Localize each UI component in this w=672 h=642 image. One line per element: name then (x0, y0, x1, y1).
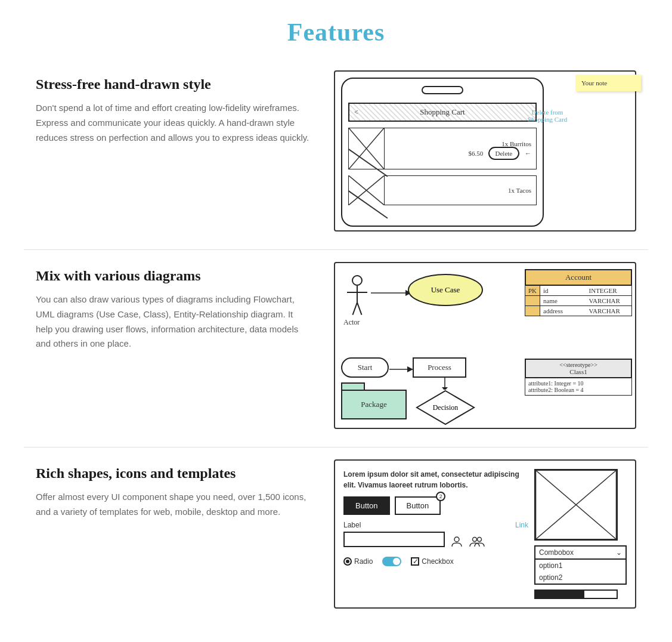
actor-head (352, 275, 363, 286)
delete-button[interactable]: Delete (488, 147, 520, 160)
secondary-button-wrapper: Button 2 (395, 496, 441, 515)
start-process-arrow (389, 363, 414, 375)
checkbox-label: Checkbox (422, 557, 453, 566)
feature-text-2: Mix with various diagrams You can also d… (36, 262, 310, 351)
item-image-2 (349, 175, 385, 205)
combobox: Combobox ⌄ option1 option2 (534, 545, 627, 585)
actor-label: Actor (343, 318, 360, 327)
class-name: Class1 (528, 368, 629, 375)
use-case-shape: Use Case (407, 272, 484, 308)
cart-header: < Shopping Cart (348, 103, 537, 122)
feature-heading-2: Mix with various diagrams (36, 268, 310, 284)
avatar-group-icon (469, 535, 485, 549)
radio-item: Radio (343, 557, 373, 566)
feature-description-3: Offer almost every UI component shape yo… (36, 490, 310, 520)
actor-body (357, 286, 358, 303)
feature-section-3: Rich shapes, icons and templates Offer a… (0, 447, 672, 626)
actor-leg-right (352, 303, 358, 315)
text-input[interactable] (343, 532, 445, 547)
package-tab (341, 382, 365, 390)
uml-col-type-3: VARCHAR (586, 306, 632, 316)
flowchart-process: Process (413, 357, 466, 378)
item-image-1 (349, 128, 385, 169)
uml-col-name-1: id (540, 286, 586, 295)
item-info-2: 1x Tacos (385, 184, 536, 196)
svg-point-16 (478, 538, 482, 542)
field-label: Label (343, 521, 361, 529)
phone-notch (422, 86, 463, 94)
flowchart-decision: Decision (416, 390, 475, 425)
uml-pk-1: PK (525, 286, 540, 295)
uml-pk-3 (525, 306, 540, 316)
svg-text:Decision: Decision (433, 403, 459, 412)
item-name-2: 1x Tacos (389, 187, 531, 194)
combobox-arrow: ⌄ (616, 548, 622, 557)
input-avatar-row (343, 532, 528, 552)
combobox-label: Combobox (539, 548, 574, 557)
cart-title: Shopping Cart (420, 107, 464, 117)
wf3-right-col: Combobox ⌄ option1 option2 (534, 469, 627, 599)
lorem-text: Lorem ipsum dolor sit amet, consectetur … (343, 469, 528, 490)
avatar-icon (450, 535, 464, 549)
toggle-switch[interactable] (382, 557, 401, 566)
actor-leg-left (357, 303, 362, 315)
back-arrow: < (354, 108, 358, 117)
combobox-option-1[interactable]: option1 (535, 560, 625, 572)
wf3-left-col: Lorem ipsum dolor sit amet, consectetur … (343, 469, 528, 599)
page-title: Features (0, 0, 672, 58)
uml-class-attrs: attribute1: Integer = 10 attribute2: Boo… (525, 378, 632, 396)
button-row: Button Button 2 (343, 496, 528, 515)
uml-col-name-3: address (540, 306, 586, 316)
feature-description-2: You can also draw various types of diagr… (36, 292, 310, 351)
package-body: Package (341, 390, 407, 419)
combobox-options: option1 option2 (534, 560, 627, 585)
feature-text-3: Rich shapes, icons and templates Offer a… (36, 459, 310, 520)
image-placeholder (534, 469, 618, 541)
item-info-1: 1x Burritos $6.50 Delete ← (385, 138, 536, 159)
uml-col-name-2: name (540, 296, 586, 305)
uml-table-row-1: PK id INTEGER (525, 286, 632, 296)
uml-col-type-1: INTEGER (586, 286, 631, 295)
primary-button[interactable]: Button (343, 496, 390, 515)
radio-circle[interactable] (343, 557, 352, 566)
checkbox-item: Checkbox (411, 557, 453, 566)
checkbox-box[interactable] (411, 557, 419, 566)
secondary-button[interactable]: Button (395, 496, 441, 515)
uml-table-row-2: name VARCHAR (525, 296, 632, 306)
feature-heading-3: Rich shapes, icons and templates (36, 465, 310, 482)
badge-count: 2 (436, 492, 445, 501)
stereotype-text: <<stereotype>> (528, 362, 629, 368)
price-value: $6.50 (469, 150, 484, 157)
combobox-option-2[interactable]: option2 (535, 572, 625, 584)
uml-col-type-2: VARCHAR (586, 296, 632, 305)
feature-section-2: Mix with various diagrams You can also d… (0, 250, 672, 447)
uml-class-header: <<stereotype>> Class1 (525, 359, 632, 378)
svg-text:Use Case: Use Case (431, 285, 460, 294)
item-price-1: $6.50 Delete ← (389, 150, 531, 157)
wireframe-2: Actor Use Case Start Process (334, 262, 636, 429)
svg-point-15 (473, 538, 477, 542)
svg-point-14 (454, 537, 459, 542)
link-element[interactable]: Link (515, 521, 528, 529)
cart-item-2: 1x Tacos (348, 175, 537, 205)
label-link-row: Label Link (343, 521, 528, 529)
wireframe-3: Lorem ipsum dolor sit amet, consectetur … (334, 459, 636, 609)
feature-description-1: Don't spend a lot of time and effort cre… (36, 101, 310, 145)
uml-table: Account PK id INTEGER name VARCHAR addre… (525, 269, 632, 316)
flowchart-start: Start (341, 357, 389, 378)
annotation-text: Delete from Shopping Card (521, 109, 574, 123)
progress-bar-container (534, 589, 627, 599)
process-decision-arrow (439, 378, 451, 390)
class-attr-1: attribute1: Integer = 10 (528, 380, 628, 387)
controls-row: Radio Checkbox (343, 557, 528, 566)
feature-text-1: Stress-free hand-drawn style Don't spend… (36, 70, 310, 145)
wireframe-1: < Shopping Cart 1x Burritos $6.50 (334, 70, 636, 232)
actor-arms (347, 292, 367, 293)
sticky-note: Your note (575, 75, 641, 91)
uml-table-header: Account (525, 269, 632, 286)
class-attr-2: attribute2: Boolean = 4 (528, 387, 628, 393)
feature-section-1: Stress-free hand-drawn style Don't spend… (0, 58, 672, 249)
radio-label: Radio (354, 557, 373, 566)
combobox-header[interactable]: Combobox ⌄ (534, 545, 627, 560)
phone-frame: < Shopping Cart 1x Burritos $6.50 (341, 78, 544, 227)
